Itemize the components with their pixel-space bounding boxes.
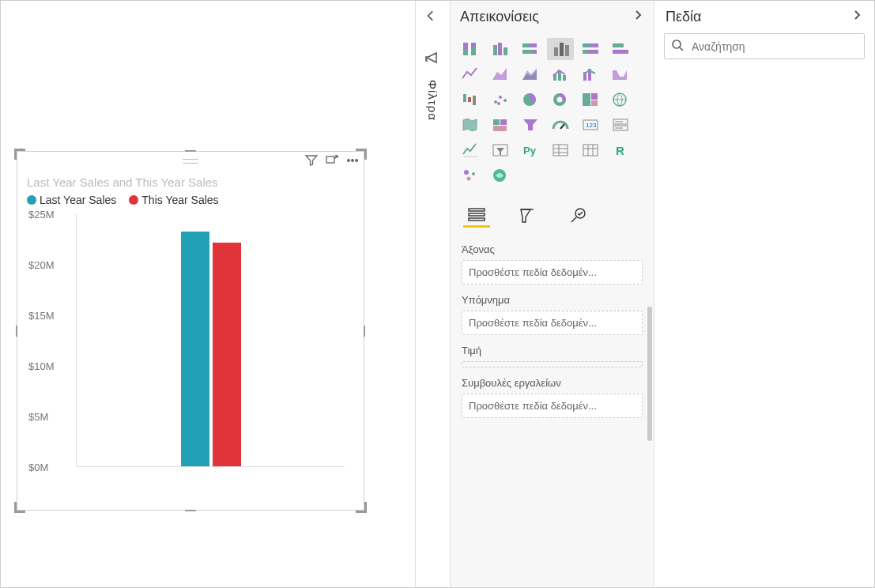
viz-ribbon[interactable]: [607, 63, 634, 85]
svg-point-38: [557, 97, 563, 103]
viz-stacked-area[interactable]: [517, 63, 544, 85]
filter-icon[interactable]: [305, 154, 318, 169]
viz-clustered-column[interactable]: [547, 38, 574, 60]
viz-key-influencers[interactable]: [457, 164, 484, 187]
viz-stacked-bar[interactable]: [457, 38, 484, 60]
viz-arcgis[interactable]: [487, 164, 514, 187]
viz-donut[interactable]: [547, 89, 574, 111]
drag-grip[interactable]: [183, 159, 198, 164]
viz-scatter[interactable]: [487, 89, 514, 111]
visualizations-panel: Απεικονίσεις 123PyR Άξονας Προσθέστε πεδ…: [451, 1, 654, 587]
svg-point-63: [464, 170, 469, 175]
svg-point-33: [499, 96, 502, 99]
collapse-viz-icon[interactable]: [632, 9, 644, 25]
legend-item[interactable]: This Year Sales: [129, 194, 218, 206]
viz-combo2[interactable]: [577, 63, 604, 85]
chart-legend: Last Year SalesThis Year Sales: [17, 190, 364, 214]
more-options-icon[interactable]: [346, 154, 359, 169]
bar-this-year-sales[interactable]: [213, 243, 241, 466]
viz-stacked-bar-100[interactable]: [577, 38, 604, 60]
legend-well-drop[interactable]: Προσθέστε πεδία δεδομέν...: [462, 311, 643, 335]
resize-handle-bl[interactable]: [14, 502, 25, 513]
field-wells: Άξονας Προσθέστε πεδία δεδομέν... Υπόμνη…: [451, 228, 654, 587]
viz-clustered-bar[interactable]: [487, 38, 514, 60]
svg-rect-39: [583, 93, 590, 106]
legend-swatch: [129, 195, 138, 205]
viz-map[interactable]: [607, 89, 634, 111]
viz-bar-h[interactable]: [607, 38, 634, 60]
fields-panel: Πεδία: [654, 1, 874, 587]
viz-area[interactable]: [487, 63, 514, 85]
viz-stacked-column[interactable]: [517, 38, 544, 60]
viz-multi-card[interactable]: [607, 114, 634, 136]
expand-filters-icon[interactable]: [424, 9, 438, 25]
viz-table[interactable]: [547, 139, 574, 161]
legend-well-label: Υπόμνημα: [462, 294, 643, 306]
legend-swatch: [27, 195, 36, 205]
chart-plot-area: $25M$20M$15M$10M$5M$0M: [28, 214, 353, 475]
filters-icon: [424, 50, 439, 68]
viz-shape-map[interactable]: [487, 114, 514, 136]
svg-rect-16: [560, 43, 564, 56]
resize-handle-b[interactable]: [185, 510, 196, 511]
viz-funnel[interactable]: [517, 114, 544, 136]
svg-rect-68: [469, 213, 485, 216]
viz-pie[interactable]: [517, 89, 544, 111]
resize-handle-l[interactable]: [16, 326, 17, 337]
svg-point-70: [575, 209, 585, 218]
resize-handle-r[interactable]: [364, 326, 365, 337]
viz-combo[interactable]: [547, 63, 574, 85]
legend-item[interactable]: Last Year Sales: [27, 194, 116, 206]
viz-line[interactable]: [457, 63, 484, 85]
viz-r[interactable]: R: [607, 139, 634, 161]
viz-matrix[interactable]: [577, 139, 604, 161]
filters-pane-collapsed[interactable]: Φίλτρα: [416, 1, 451, 587]
focus-mode-icon[interactable]: [326, 154, 338, 169]
resize-handle-br[interactable]: [356, 502, 367, 513]
fields-tab[interactable]: [463, 204, 490, 228]
svg-rect-41: [591, 100, 598, 106]
svg-rect-22: [613, 43, 624, 47]
axis-well-drop[interactable]: Προσθέστε πεδία δεδομέν...: [462, 260, 643, 285]
viz-slicer[interactable]: [487, 139, 514, 161]
app-root: Last Year Sales and This Year Sales Last…: [0, 0, 875, 588]
analytics-tab[interactable]: [564, 204, 591, 228]
fields-search[interactable]: [664, 33, 865, 59]
viz-kpi[interactable]: [457, 139, 484, 161]
filters-label: Φίλτρα: [426, 80, 439, 121]
legend-label: This Year Sales: [141, 194, 218, 206]
svg-rect-21: [587, 50, 598, 54]
svg-rect-30: [468, 97, 471, 102]
viz-waterfall[interactable]: [457, 89, 484, 111]
viz-py[interactable]: Py: [517, 139, 544, 161]
svg-rect-54: [553, 145, 568, 156]
tooltips-well-label: Συμβουλές εργαλείων: [462, 377, 643, 389]
report-canvas[interactable]: Last Year Sales and This Year Sales Last…: [1, 1, 416, 587]
svg-rect-0: [326, 156, 334, 163]
collapse-fields-icon[interactable]: [850, 9, 863, 25]
viz-card[interactable]: 123: [577, 114, 604, 136]
svg-rect-12: [522, 43, 530, 47]
viz-panel-title: Απεικονίσεις: [460, 9, 539, 25]
y-axis-tick: $25M: [28, 209, 55, 220]
legend-label: Last Year Sales: [40, 194, 116, 206]
svg-point-2: [352, 160, 354, 162]
format-tab[interactable]: [514, 204, 541, 228]
field-list[interactable]: [654, 67, 874, 587]
fields-panel-title: Πεδία: [666, 9, 701, 25]
tooltips-well-drop[interactable]: Προσθέστε πεδία δεδομέν...: [462, 394, 643, 418]
svg-point-34: [504, 99, 507, 102]
search-input[interactable]: [690, 40, 858, 54]
bar-last-year-sales[interactable]: [181, 232, 209, 466]
search-icon: [671, 39, 684, 54]
svg-rect-31: [473, 96, 476, 105]
viz-filled-map[interactable]: [457, 114, 484, 136]
y-axis-tick: $0M: [28, 462, 48, 473]
visual-container[interactable]: Last Year Sales and This Year Sales Last…: [17, 151, 364, 511]
viz-gauge[interactable]: [547, 114, 574, 136]
value-well[interactable]: [462, 361, 643, 368]
svg-rect-67: [469, 209, 485, 211]
scrollbar-thumb[interactable]: [647, 307, 652, 441]
svg-point-32: [494, 100, 497, 104]
viz-treemap[interactable]: [577, 89, 604, 111]
